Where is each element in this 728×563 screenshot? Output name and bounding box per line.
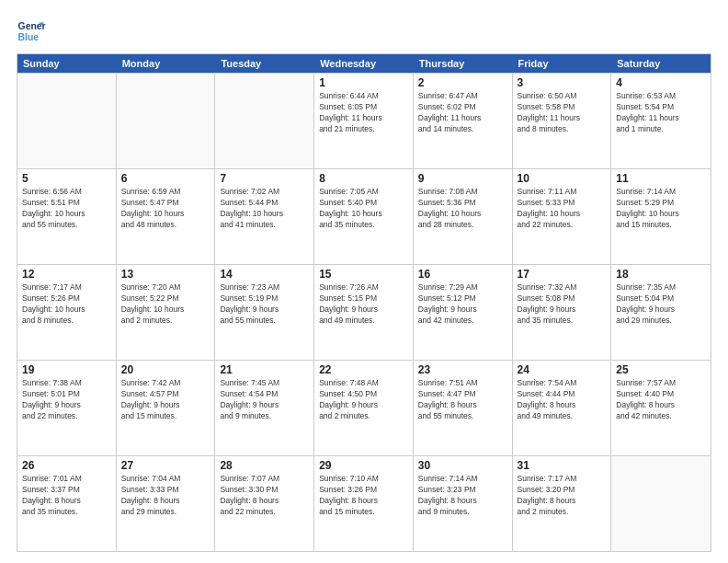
calendar-header: SundayMondayTuesdayWednesdayThursdayFrid… [17,54,711,73]
day-number: 28 [220,459,309,472]
calendar-week-row: 5Sunrise: 6:56 AM Sunset: 5:51 PM Daylig… [17,168,711,264]
day-info: Sunrise: 7:08 AM Sunset: 5:36 PM Dayligh… [418,187,507,231]
day-info: Sunrise: 7:57 AM Sunset: 4:40 PM Dayligh… [616,378,706,422]
calendar-cell: 14Sunrise: 7:23 AM Sunset: 5:19 PM Dayli… [215,265,314,360]
day-info: Sunrise: 6:50 AM Sunset: 5:58 PM Dayligh… [518,91,607,135]
day-number: 31 [518,459,607,472]
day-info: Sunrise: 7:11 AM Sunset: 5:33 PM Dayligh… [518,187,607,231]
calendar-cell: 3Sunrise: 6:50 AM Sunset: 5:58 PM Daylig… [513,74,612,168]
calendar-cell [215,74,314,168]
day-info: Sunrise: 6:56 AM Sunset: 5:51 PM Dayligh… [22,187,111,231]
day-number: 20 [121,363,210,376]
calendar-cell: 29Sunrise: 7:10 AM Sunset: 3:26 PM Dayli… [314,456,414,551]
day-info: Sunrise: 7:32 AM Sunset: 5:08 PM Dayligh… [518,282,607,327]
day-info: Sunrise: 7:17 AM Sunset: 5:26 PM Dayligh… [22,282,111,327]
day-info: Sunrise: 7:14 AM Sunset: 3:23 PM Dayligh… [418,474,507,518]
calendar-cell [17,74,117,168]
day-number: 2 [418,76,507,89]
day-info: Sunrise: 7:54 AM Sunset: 4:44 PM Dayligh… [518,378,607,422]
day-number: 23 [418,363,507,376]
day-number: 27 [121,459,210,472]
day-number: 19 [22,363,111,376]
day-number: 13 [121,268,210,281]
day-info: Sunrise: 7:23 AM Sunset: 5:19 PM Dayligh… [220,282,309,327]
day-info: Sunrise: 6:44 AM Sunset: 6:05 PM Dayligh… [319,91,408,135]
day-info: Sunrise: 7:10 AM Sunset: 3:26 PM Dayligh… [319,474,408,518]
day-info: Sunrise: 7:02 AM Sunset: 5:44 PM Dayligh… [220,187,309,231]
day-info: Sunrise: 7:17 AM Sunset: 3:20 PM Dayligh… [518,474,607,518]
day-number: 3 [518,76,607,89]
calendar-cell: 21Sunrise: 7:45 AM Sunset: 4:54 PM Dayli… [215,361,314,455]
calendar-cell: 31Sunrise: 7:17 AM Sunset: 3:20 PM Dayli… [513,456,612,551]
calendar-cell: 15Sunrise: 7:26 AM Sunset: 5:15 PM Dayli… [314,265,414,360]
calendar-cell: 27Sunrise: 7:04 AM Sunset: 3:33 PM Dayli… [117,456,216,551]
day-number: 7 [220,172,309,185]
day-info: Sunrise: 7:38 AM Sunset: 5:01 PM Dayligh… [22,378,111,422]
day-number: 25 [616,363,706,376]
day-info: Sunrise: 6:47 AM Sunset: 6:02 PM Dayligh… [418,91,507,135]
calendar-cell: 24Sunrise: 7:54 AM Sunset: 4:44 PM Dayli… [513,361,612,455]
calendar-cell: 13Sunrise: 7:20 AM Sunset: 5:22 PM Dayli… [117,265,216,360]
day-info: Sunrise: 7:20 AM Sunset: 5:22 PM Dayligh… [121,282,210,327]
calendar-cell [611,456,711,551]
calendar-cell: 23Sunrise: 7:51 AM Sunset: 4:47 PM Dayli… [414,361,513,455]
day-of-week-header: Thursday [414,54,513,73]
day-number: 4 [616,76,706,89]
calendar-week-row: 19Sunrise: 7:38 AM Sunset: 5:01 PM Dayli… [17,360,711,455]
day-of-week-header: Wednesday [314,54,414,73]
day-number: 29 [319,459,408,472]
day-number: 6 [121,172,210,185]
logo: General Blue [17,17,46,46]
day-info: Sunrise: 7:26 AM Sunset: 5:15 PM Dayligh… [319,282,408,327]
svg-text:Blue: Blue [18,32,40,42]
calendar-cell: 17Sunrise: 7:32 AM Sunset: 5:08 PM Dayli… [513,265,612,360]
calendar-week-row: 1Sunrise: 6:44 AM Sunset: 6:05 PM Daylig… [17,73,711,168]
calendar-cell: 9Sunrise: 7:08 AM Sunset: 5:36 PM Daylig… [414,169,513,264]
day-number: 24 [518,363,607,376]
day-number: 5 [22,172,111,185]
day-info: Sunrise: 7:14 AM Sunset: 5:29 PM Dayligh… [616,187,706,231]
calendar-cell: 5Sunrise: 6:56 AM Sunset: 5:51 PM Daylig… [17,169,117,264]
calendar: SundayMondayTuesdayWednesdayThursdayFrid… [17,53,711,552]
calendar-cell: 1Sunrise: 6:44 AM Sunset: 6:05 PM Daylig… [314,74,414,168]
calendar-cell: 26Sunrise: 7:01 AM Sunset: 3:37 PM Dayli… [17,456,117,551]
day-info: Sunrise: 6:59 AM Sunset: 5:47 PM Dayligh… [121,187,210,231]
calendar-cell: 28Sunrise: 7:07 AM Sunset: 3:30 PM Dayli… [215,456,314,551]
day-number: 21 [220,363,309,376]
day-info: Sunrise: 7:35 AM Sunset: 5:04 PM Dayligh… [616,282,706,327]
header: General Blue [17,17,711,46]
day-number: 16 [418,268,507,281]
day-of-week-header: Sunday [17,54,117,73]
calendar-body: 1Sunrise: 6:44 AM Sunset: 6:05 PM Daylig… [17,73,711,551]
calendar-cell: 22Sunrise: 7:48 AM Sunset: 4:50 PM Dayli… [314,361,414,455]
day-info: Sunrise: 7:05 AM Sunset: 5:40 PM Dayligh… [319,187,408,231]
calendar-cell: 12Sunrise: 7:17 AM Sunset: 5:26 PM Dayli… [17,265,117,360]
day-number: 26 [22,459,111,472]
day-number: 10 [518,172,607,185]
calendar-cell: 19Sunrise: 7:38 AM Sunset: 5:01 PM Dayli… [17,361,117,455]
day-info: Sunrise: 7:42 AM Sunset: 4:57 PM Dayligh… [121,378,210,422]
calendar-cell: 18Sunrise: 7:35 AM Sunset: 5:04 PM Dayli… [611,265,711,360]
day-info: Sunrise: 7:04 AM Sunset: 3:33 PM Dayligh… [121,474,210,518]
calendar-cell: 20Sunrise: 7:42 AM Sunset: 4:57 PM Dayli… [117,361,216,455]
day-number: 12 [22,268,111,281]
calendar-cell: 25Sunrise: 7:57 AM Sunset: 4:40 PM Dayli… [611,361,711,455]
day-info: Sunrise: 7:29 AM Sunset: 5:12 PM Dayligh… [418,282,507,327]
day-info: Sunrise: 7:01 AM Sunset: 3:37 PM Dayligh… [22,474,111,518]
calendar-cell: 4Sunrise: 6:53 AM Sunset: 5:54 PM Daylig… [611,74,711,168]
calendar-cell: 8Sunrise: 7:05 AM Sunset: 5:40 PM Daylig… [314,169,414,264]
calendar-cell: 11Sunrise: 7:14 AM Sunset: 5:29 PM Dayli… [611,169,711,264]
day-number: 11 [616,172,706,185]
day-info: Sunrise: 7:45 AM Sunset: 4:54 PM Dayligh… [220,378,309,422]
calendar-cell: 10Sunrise: 7:11 AM Sunset: 5:33 PM Dayli… [513,169,612,264]
logo-icon: General Blue [17,17,46,46]
day-info: Sunrise: 7:48 AM Sunset: 4:50 PM Dayligh… [319,378,408,422]
calendar-week-row: 12Sunrise: 7:17 AM Sunset: 5:26 PM Dayli… [17,264,711,360]
day-of-week-header: Monday [117,54,216,73]
calendar-cell: 6Sunrise: 6:59 AM Sunset: 5:47 PM Daylig… [117,169,216,264]
day-number: 18 [616,268,706,281]
day-info: Sunrise: 7:07 AM Sunset: 3:30 PM Dayligh… [220,474,309,518]
calendar-cell [117,74,216,168]
day-of-week-header: Friday [513,54,612,73]
day-number: 9 [418,172,507,185]
